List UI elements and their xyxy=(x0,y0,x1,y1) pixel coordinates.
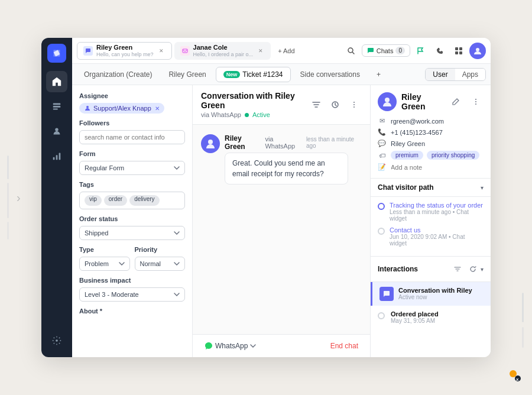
interaction-content-1: Ordered placed May 31, 9:05 AM xyxy=(391,310,484,324)
path-title-0[interactable]: Tracking the status of your order xyxy=(390,202,484,209)
tag-vip: vip xyxy=(85,195,102,206)
interaction-subtitle-0: Active now xyxy=(398,294,484,300)
add-tab-label: + Add xyxy=(278,47,294,54)
compose-bar: WhatsApp End chat xyxy=(193,334,370,357)
assignee-tag: Support/Alex Knapp ✕ xyxy=(79,103,164,114)
filter-icon-button[interactable] xyxy=(309,97,324,112)
interactions-header[interactable]: Interactions ▾ xyxy=(371,257,491,282)
tab-riley-green[interactable]: Riley Green Hello, can you help me? ✕ xyxy=(77,42,172,60)
tab-ticket[interactable]: New Ticket #1234 xyxy=(216,67,291,82)
sidebar-tickets-icon[interactable] xyxy=(46,96,67,117)
svg-point-14 xyxy=(476,48,479,51)
message-channel: via WhatsApp xyxy=(265,135,302,150)
path-meta-1: Jun 10, 2020 9:02 AM • Chat widget xyxy=(390,234,484,247)
path-title-1[interactable]: Contact us xyxy=(390,226,484,234)
contact-note-input[interactable] xyxy=(391,164,484,171)
contact-email-row: ✉ rgreen@work.com xyxy=(378,117,484,125)
business-impact-select[interactable]: Level 3 - Moderate xyxy=(79,287,185,302)
chats-label: Chats xyxy=(377,47,394,54)
interaction-item-0[interactable]: Conversation with Riley Active now xyxy=(371,282,491,306)
app-logo[interactable] xyxy=(47,44,66,63)
interactions-chevron-icon: ▾ xyxy=(481,266,484,273)
active-dot xyxy=(245,113,249,117)
svg-point-24 xyxy=(475,103,476,105)
content-area: Assignee Support/Alex Knapp ✕ Followers … xyxy=(72,85,491,357)
svg-point-18 xyxy=(353,104,355,105)
right-panel: Riley Green ✉ rgreen@work.com xyxy=(370,85,491,357)
priority-select[interactable]: Normal xyxy=(135,257,186,271)
chats-badge[interactable]: Chats 0 xyxy=(362,44,410,57)
tag-delivery: delivery xyxy=(129,195,159,206)
tag-icon: 🏷 xyxy=(378,152,386,159)
interaction-item-1[interactable]: Ordered placed May 31, 9:05 AM xyxy=(371,306,491,329)
followers-label: Followers xyxy=(79,119,185,127)
more-options-icon-button[interactable] xyxy=(346,97,362,112)
tab-side-conversations[interactable]: Side conversations xyxy=(293,67,367,82)
contact-more-icon-button[interactable] xyxy=(468,94,484,109)
followers-search-input[interactable] xyxy=(79,130,185,144)
flag-icon-button[interactable] xyxy=(413,43,429,59)
tab-org-create[interactable]: Organization (Create) xyxy=(77,67,159,82)
path-dot-1 xyxy=(378,228,385,235)
contact-name: Riley Green xyxy=(401,92,443,111)
chat-visitor-path-header[interactable]: Chat visitor path ▾ xyxy=(371,179,491,197)
user-toggle-button[interactable]: User xyxy=(426,69,455,80)
svg-rect-2 xyxy=(53,109,58,110)
tab2-close-icon[interactable]: ✕ xyxy=(257,47,265,55)
sidebar-reports-icon[interactable] xyxy=(46,145,67,167)
sidebar-settings-icon[interactable] xyxy=(46,330,67,351)
tab-riley[interactable]: Riley Green xyxy=(161,67,213,82)
tab2-label: Janae Cole xyxy=(193,44,254,51)
svg-point-9 xyxy=(348,48,353,53)
path-text-1: Contact us Jun 10, 2020 9:02 AM • Chat w… xyxy=(390,226,484,247)
svg-point-23 xyxy=(475,101,476,102)
clock-icon-button[interactable] xyxy=(327,97,343,112)
tags-container[interactable]: vip order delivery xyxy=(79,192,185,209)
edit-contact-icon-button[interactable] xyxy=(448,94,463,109)
sidebar-home-icon[interactable] xyxy=(46,71,67,92)
add-tab-button[interactable]: + Add xyxy=(273,45,299,57)
svg-rect-11 xyxy=(459,47,462,50)
tags-label: Tags xyxy=(79,181,185,188)
app-container: Riley Green Hello, can you help me? ✕ Ja… xyxy=(41,38,491,357)
contact-phone-row: 📞 +1 (415)123-4567 xyxy=(378,128,484,136)
tab1-close-icon[interactable]: ✕ xyxy=(157,47,166,55)
type-label: Type xyxy=(79,246,130,253)
user-avatar[interactable] xyxy=(469,43,486,59)
tab-janae-cole[interactable]: Janae Cole Hello, I ordered a pair o... … xyxy=(174,42,271,60)
interaction-icon-0 xyxy=(379,287,394,301)
tab1-label: Riley Green xyxy=(96,44,154,51)
search-button[interactable] xyxy=(343,43,359,59)
svg-point-20 xyxy=(208,140,213,144)
form-select[interactable]: Regular Form xyxy=(79,161,185,175)
phone-icon-button[interactable] xyxy=(432,43,448,59)
interactions-filter-icon-button[interactable] xyxy=(450,261,465,277)
interactions-refresh-icon-button[interactable] xyxy=(465,261,481,277)
conv-title: Conversation with Riley Green xyxy=(201,91,309,110)
brand-logo: x xyxy=(505,365,524,387)
svg-rect-4 xyxy=(53,157,55,160)
chat-path-list: Tracking the status of your order Less t… xyxy=(371,197,491,257)
svg-point-22 xyxy=(475,99,476,100)
channel-select-button[interactable]: WhatsApp xyxy=(200,339,261,352)
sidebar-contacts-icon[interactable] xyxy=(46,121,67,142)
contact-tag-priority: priority shopping xyxy=(427,151,479,160)
svg-rect-13 xyxy=(459,51,462,54)
type-select[interactable]: Problem xyxy=(79,257,130,271)
grid-icon-button[interactable] xyxy=(450,43,467,59)
message-content: Riley Green via WhatsApp less than a min… xyxy=(225,134,362,184)
svg-point-21 xyxy=(385,98,390,102)
assignee-remove-icon[interactable]: ✕ xyxy=(155,105,160,112)
order-status-select[interactable]: Shipped xyxy=(79,226,185,240)
form-label: Form xyxy=(79,150,185,157)
message-row: Riley Green via WhatsApp less than a min… xyxy=(201,134,362,184)
apps-toggle-button[interactable]: Apps xyxy=(455,69,485,80)
contact-header: Riley Green ✉ rgreen@work.com xyxy=(371,85,491,179)
end-chat-button[interactable]: End chat xyxy=(326,339,363,352)
assignee-value: Support/Alex Knapp xyxy=(93,105,151,112)
tab-ticket-label: Ticket #1234 xyxy=(242,70,283,79)
add-tab-secondary-button[interactable]: + xyxy=(369,67,388,82)
business-impact-label: Business impact xyxy=(79,277,185,284)
secondary-tabs: Organization (Create) Riley Green New Ti… xyxy=(72,64,491,85)
svg-point-15 xyxy=(86,106,89,108)
